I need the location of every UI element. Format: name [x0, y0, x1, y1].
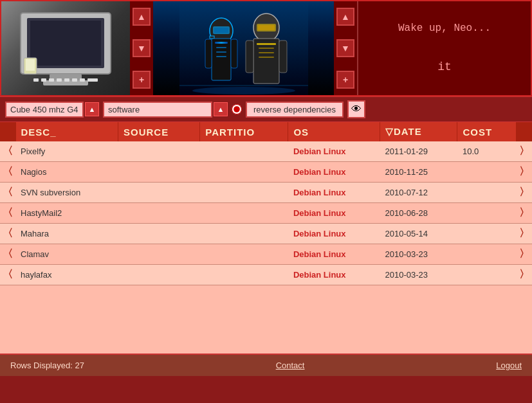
left-arrow-controls: ▲ ▼ +	[130, 1, 153, 95]
row-os: Debian Linux	[288, 162, 380, 183]
row-desc: Pixelfy	[15, 141, 118, 162]
svg-rect-35	[246, 40, 253, 73]
computer-image	[1, 1, 130, 95]
row-source	[118, 224, 199, 244]
row-date: 2010-11-25	[380, 162, 457, 183]
svg-rect-24	[214, 28, 228, 33]
col-partition[interactable]: PARTITIO	[200, 122, 288, 141]
row-desc: Mahara	[15, 224, 118, 244]
search-input[interactable]	[103, 102, 212, 118]
row-nav-right[interactable]: 〉	[517, 224, 532, 244]
table-row: 〈 Mahara Debian Linux 2010-05-14 〉	[0, 224, 532, 244]
row-nav-left[interactable]: 〈	[0, 203, 15, 224]
left-plus-button[interactable]: +	[133, 71, 151, 89]
machine-selector[interactable]: Cube 450 mhz G4	[5, 102, 84, 118]
svg-rect-6	[41, 78, 46, 82]
row-cost	[457, 203, 517, 224]
row-nav-right[interactable]: 〉	[517, 162, 532, 183]
terminal-line2: it	[398, 57, 491, 77]
row-os: Debian Linux	[288, 224, 380, 244]
row-date: 2010-03-23	[380, 265, 457, 285]
row-source	[118, 162, 199, 183]
row-partition	[200, 203, 288, 224]
row-cost	[457, 265, 517, 285]
terminal-line1: Wake up, Neo...	[398, 19, 491, 38]
table-row: 〈 Pixelfy Debian Linux 2011-01-29 10.0 〉	[0, 141, 532, 162]
daft-punk-bg	[153, 1, 334, 95]
left-down-arrow[interactable]: ▼	[133, 39, 151, 57]
col-desc[interactable]: DESC_	[15, 122, 118, 141]
row-partition	[200, 162, 288, 183]
row-date: 2010-05-14	[380, 224, 457, 244]
daft-punk-svg	[179, 2, 308, 95]
svg-rect-33	[259, 52, 274, 53]
row-cost	[457, 224, 517, 244]
row-date: 2010-06-28	[380, 203, 457, 224]
row-nav-left[interactable]: 〈	[0, 224, 15, 244]
row-nav-right[interactable]: 〉	[517, 183, 532, 203]
banner-left-image	[1, 1, 130, 95]
table-row: 〈 HastyMail2 Debian Linux 2010-06-28 〉	[0, 203, 532, 224]
top-banner: ▲ ▼ +	[0, 0, 532, 96]
eye-button[interactable]: 👁	[347, 100, 365, 118]
col-nav-right	[517, 122, 532, 141]
svg-rect-20	[216, 47, 226, 48]
col-date[interactable]: ▽DATE	[380, 122, 457, 141]
table-header-row: DESC_ SOURCE PARTITIO OS ▽DATE COST	[0, 122, 532, 141]
col-source[interactable]: SOURCE	[118, 122, 199, 141]
svg-rect-5	[33, 78, 39, 82]
row-nav-right[interactable]: 〉	[517, 265, 532, 285]
contact-button[interactable]: Contact	[276, 361, 305, 370]
row-nav-left[interactable]: 〈	[0, 183, 15, 203]
row-cost	[457, 183, 517, 203]
row-cost: 10.0	[457, 141, 517, 162]
row-desc: SVN subversion	[15, 183, 118, 203]
row-os: Debian Linux	[288, 183, 380, 203]
search-radio[interactable]	[232, 104, 242, 114]
terminal-area: Wake up, Neo... it	[357, 1, 531, 95]
row-nav-left[interactable]: 〈	[0, 244, 15, 265]
right-up-arrow[interactable]: ▲	[336, 8, 354, 26]
table-body: 〈 Pixelfy Debian Linux 2011-01-29 10.0 〉…	[0, 141, 532, 285]
row-nav-left[interactable]: 〈	[0, 141, 15, 162]
right-down-arrow[interactable]: ▼	[336, 39, 354, 57]
reverse-dependencies-button[interactable]: reverse dependencies	[246, 102, 344, 118]
row-nav-right[interactable]: 〉	[517, 244, 532, 265]
svg-rect-9	[64, 78, 69, 82]
col-nav-left	[0, 122, 15, 141]
row-os: Debian Linux	[288, 244, 380, 265]
banner-center-image	[153, 1, 334, 95]
row-nav-right[interactable]: 〉	[517, 141, 532, 162]
terminal-output: Wake up, Neo... it	[398, 19, 491, 77]
table-row: 〈 Nagios Debian Linux 2010-11-25 〉	[0, 162, 532, 183]
row-partition	[200, 141, 288, 162]
table-row: 〈 SVN subversion Debian Linux 2010-07-12…	[0, 183, 532, 203]
machine-selector-wrapper: Cube 450 mhz G4 ▲	[5, 102, 99, 118]
left-up-arrow[interactable]: ▲	[133, 8, 151, 26]
svg-point-37	[192, 87, 295, 94]
svg-rect-32	[259, 48, 274, 49]
svg-rect-8	[57, 78, 62, 82]
row-nav-left[interactable]: 〈	[0, 162, 15, 183]
search-dropdown-arrow[interactable]: ▲	[214, 102, 228, 116]
right-plus-button[interactable]: +	[336, 71, 354, 89]
right-arrow-controls: ▲ ▼ +	[334, 1, 357, 95]
row-source	[118, 183, 199, 203]
row-source	[118, 203, 199, 224]
row-source	[118, 244, 199, 265]
svg-rect-31	[257, 43, 276, 45]
svg-rect-12	[87, 78, 98, 82]
data-table: DESC_ SOURCE PARTITIO OS ▽DATE COST 〈 Pi…	[0, 122, 532, 285]
machine-dropdown-arrow[interactable]: ▲	[85, 102, 99, 116]
row-nav-left[interactable]: 〈	[0, 265, 15, 285]
row-nav-right[interactable]: 〉	[517, 203, 532, 224]
logout-button[interactable]: Logout	[496, 361, 522, 370]
svg-rect-36	[279, 40, 287, 73]
computer-svg	[14, 6, 117, 90]
svg-rect-25	[205, 39, 212, 68]
col-cost[interactable]: COST	[457, 122, 517, 141]
row-os: Debian Linux	[288, 141, 380, 162]
table-row: 〈 Clamav Debian Linux 2010-03-23 〉	[0, 244, 532, 265]
row-desc: Nagios	[15, 162, 118, 183]
col-os[interactable]: OS	[288, 122, 380, 141]
